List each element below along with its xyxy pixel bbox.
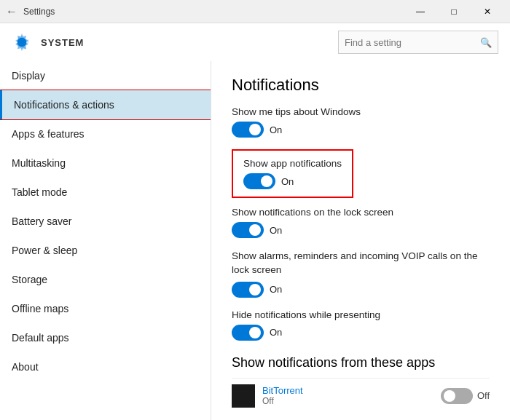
presenting-toggle-row: On: [232, 325, 490, 341]
tips-label: Show me tips about Windows: [232, 106, 490, 117]
sidebar-item-offline[interactable]: Offline maps: [0, 294, 211, 323]
title-bar-controls: — □ ✕: [404, 0, 504, 23]
lockscreen-toggle-label: On: [270, 225, 282, 236]
sidebar: Display Notifications & actions Apps & f…: [0, 61, 211, 420]
bittorrent-toggle-row: Off: [441, 388, 490, 404]
search-input[interactable]: [345, 37, 480, 48]
app-list-item-bittorrent: BitTorrent Off Off: [232, 378, 490, 413]
app-header-left: SYSTEM: [12, 32, 84, 52]
alarms-toggle-row: On: [232, 282, 490, 298]
alarms-label: Show alarms, reminders and incoming VOIP…: [232, 250, 490, 277]
presenting-toggle[interactable]: [232, 325, 264, 341]
setting-appnotif: Show app notifications On: [243, 158, 342, 189]
gear-icon: [12, 32, 32, 52]
sidebar-item-multitasking[interactable]: Multitasking: [0, 148, 211, 178]
main-content: Display Notifications & actions Apps & f…: [0, 61, 510, 420]
bittorrent-toggle[interactable]: [441, 388, 473, 404]
sidebar-item-apps[interactable]: Apps & features: [0, 119, 211, 148]
presenting-label: Hide notifications while presenting: [232, 309, 490, 320]
lockscreen-label: Show notifications on the lock screen: [232, 207, 490, 218]
bittorrent-info: BitTorrent Off: [232, 384, 303, 408]
bittorrent-name-block: BitTorrent Off: [262, 385, 303, 406]
title-bar-left: ← Settings: [6, 5, 55, 18]
app-list-title: Show notifications from these apps: [232, 355, 490, 371]
setting-presenting: Hide notifications while presenting On: [232, 309, 490, 341]
bittorrent-toggle-label: Off: [477, 390, 490, 401]
appnotif-toggle-label: On: [281, 176, 294, 187]
content-panel: Notifications Show me tips about Windows…: [211, 61, 510, 420]
sidebar-item-power[interactable]: Power & sleep: [0, 236, 211, 265]
tips-toggle[interactable]: [232, 122, 264, 138]
minimize-button[interactable]: —: [404, 0, 437, 23]
title-bar-title: Settings: [23, 7, 55, 17]
bittorrent-name: BitTorrent: [262, 385, 303, 396]
appnotif-toggle[interactable]: [243, 173, 275, 189]
close-button[interactable]: ✕: [471, 0, 504, 23]
alarms-toggle[interactable]: [232, 282, 264, 298]
bittorrent-icon: [232, 384, 255, 408]
search-icon: 🔍: [480, 37, 492, 48]
presenting-toggle-label: On: [270, 327, 282, 338]
sidebar-item-defaultapps[interactable]: Default apps: [0, 323, 211, 352]
app-container: SYSTEM 🔍 Display Notifications & actions…: [0, 23, 510, 420]
appnotif-label: Show app notifications: [243, 158, 342, 169]
sidebar-item-display[interactable]: Display: [0, 61, 211, 90]
search-box[interactable]: 🔍: [338, 31, 498, 54]
header-title: SYSTEM: [41, 37, 84, 48]
sidebar-item-storage[interactable]: Storage: [0, 265, 211, 294]
setting-lockscreen: Show notifications on the lock screen On: [232, 207, 490, 238]
sidebar-item-notifications[interactable]: Notifications & actions: [0, 90, 211, 119]
app-header: SYSTEM 🔍: [0, 23, 510, 61]
sidebar-item-about[interactable]: About: [0, 352, 211, 381]
section-title: Notifications: [232, 76, 490, 95]
back-button[interactable]: ←: [6, 5, 17, 18]
appnotif-toggle-row: On: [243, 173, 342, 189]
tips-toggle-label: On: [270, 124, 282, 135]
title-bar: ← Settings — □ ✕: [0, 0, 510, 23]
setting-alarms: Show alarms, reminders and incoming VOIP…: [232, 250, 490, 298]
sidebar-item-tablet[interactable]: Tablet mode: [0, 178, 211, 207]
lockscreen-toggle-row: On: [232, 222, 490, 238]
sidebar-item-battery[interactable]: Battery saver: [0, 207, 211, 236]
maximize-button[interactable]: □: [437, 0, 471, 23]
tips-toggle-row: On: [232, 122, 490, 138]
alarms-toggle-label: On: [270, 284, 282, 295]
lockscreen-toggle[interactable]: [232, 222, 264, 238]
setting-tips: Show me tips about Windows On: [232, 106, 490, 138]
bittorrent-status: Off: [262, 396, 303, 406]
appnotif-highlight-box: Show app notifications On: [232, 149, 353, 198]
